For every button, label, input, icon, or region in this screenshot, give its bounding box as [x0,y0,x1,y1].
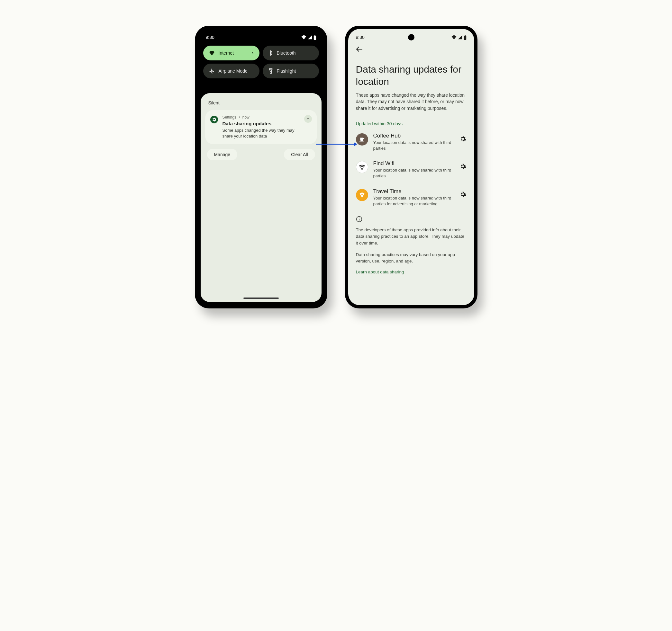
gear-icon [459,191,466,198]
app-settings-button[interactable] [459,163,466,171]
status-time: 9:30 [356,35,365,40]
signal-status-icon [458,35,462,40]
svg-rect-0 [313,36,316,40]
app-icon [356,189,368,201]
bluetooth-icon [268,50,273,56]
app-row-find-wifi[interactable]: Find Wifi Your location data is now shar… [356,160,466,179]
home-handle[interactable] [243,298,279,299]
svg-rect-5 [464,35,465,36]
qs-tile-label: Bluetooth [277,50,296,56]
tag-icon [359,192,365,198]
airplane-icon [209,68,215,74]
app-description: Your location data is now shared with th… [373,195,454,207]
wifi-icon [209,50,215,56]
manage-button[interactable]: Manage [207,149,238,160]
qs-tile-label: Airplane Mode [219,69,247,74]
info-text-2: Data sharing practices may vary based on… [356,252,466,265]
camera-punch-hole [408,34,414,41]
app-description: Your location data is now shared with th… [373,168,454,179]
battery-status-icon [464,35,466,40]
flashlight-icon [268,68,273,74]
app-name: Coffee Hub [373,133,454,139]
status-bar: 9:30 [198,29,324,43]
signal-status-icon [308,35,312,40]
page-title: Data sharing updates for location [356,63,466,87]
notification-shade: Silent Settings • now Data sharing updat… [201,93,321,302]
gear-icon [212,117,216,122]
shade-section-label: Silent [205,99,317,110]
back-button[interactable] [356,46,363,53]
phone-details-screen: 9:30 Data sharing updates for location T… [345,26,478,308]
clear-all-button[interactable]: Clear All [284,149,315,160]
app-name: Find Wifi [373,160,454,167]
quick-settings-grid: Internet › Bluetooth Airplane Mode Flash… [198,43,324,83]
app-row-coffee-hub[interactable]: Coffee Hub Your location data is now sha… [356,133,466,151]
notification-body: Some apps changed the way they may share… [222,128,300,139]
svg-rect-4 [464,36,466,40]
app-settings-button[interactable] [459,135,466,144]
notification-card[interactable]: Settings • now Data sharing updates Some… [205,110,317,144]
svg-rect-10 [359,219,359,221]
qs-tile-flashlight[interactable]: Flashlight [263,64,319,78]
qs-tile-airplane[interactable]: Airplane Mode [203,64,260,78]
notification-app-icon [210,116,218,123]
app-name: Travel Time [373,188,454,195]
page-description: These apps have changed the way they sha… [356,92,466,111]
flow-arrow [316,144,355,145]
section-header: Updated within 30 days [356,121,466,126]
wifi-status-icon [451,35,457,40]
notification-meta: Settings • now [222,115,300,120]
chevron-right-icon: › [252,50,254,56]
info-icon [356,216,466,224]
status-icons [301,35,316,40]
info-text-1: The developers of these apps provided in… [356,227,466,247]
svg-point-7 [361,194,362,195]
svg-rect-1 [314,35,315,36]
app-settings-button[interactable] [459,191,466,199]
gear-icon [459,163,466,170]
svg-point-9 [359,218,359,218]
status-icons [451,35,466,40]
wifi-icon [359,164,366,170]
svg-point-2 [270,71,271,72]
collapse-button[interactable] [304,115,312,123]
coffee-icon [359,137,365,142]
qs-tile-internet[interactable]: Internet › [203,46,260,60]
learn-link[interactable]: Learn about data sharing [356,270,466,274]
gear-icon [459,135,466,142]
qs-tile-label: Internet [219,50,234,56]
notification-title: Data sharing updates [222,121,300,126]
svg-point-6 [361,169,362,170]
battery-status-icon [313,35,316,40]
status-time: 9:30 [206,35,214,40]
qs-tile-label: Flashlight [277,69,296,74]
app-description: Your location data is now shared with th… [373,140,454,151]
qs-tile-bluetooth[interactable]: Bluetooth [263,46,319,60]
wifi-status-icon [301,35,306,40]
phone-notification-shade: 9:30 Internet › Bluetooth [195,26,327,308]
app-icon [356,161,368,173]
chevron-up-icon [306,118,310,120]
app-row-travel-time[interactable]: Travel Time Your location data is now sh… [356,188,466,207]
arrow-left-icon [356,46,363,52]
